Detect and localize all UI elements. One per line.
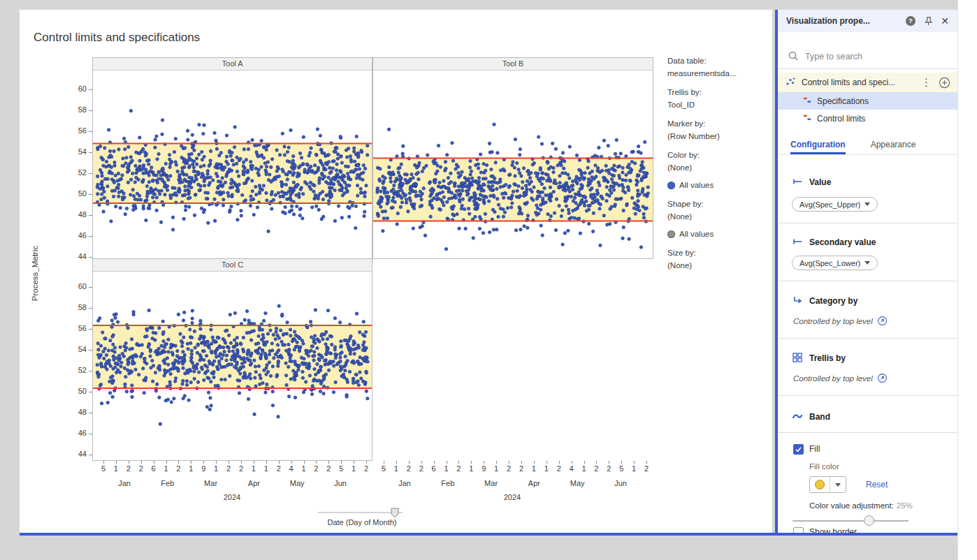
close-icon[interactable]: ✕ xyxy=(941,16,949,26)
x-tick-mark xyxy=(229,461,229,464)
x-tick-label: 1 xyxy=(248,464,259,473)
x-tick-mark xyxy=(396,461,397,464)
scatter-plot-area[interactable] xyxy=(93,71,372,258)
search-input[interactable] xyxy=(805,52,938,61)
x-tick-label: 1 xyxy=(161,464,172,473)
slider-handle-icon xyxy=(391,508,398,517)
x-tick-label: 2 xyxy=(603,464,614,473)
x-tick-mark xyxy=(447,461,447,464)
y-tick-mark xyxy=(89,350,92,351)
x-tick-mark xyxy=(458,461,459,464)
slider-thumb[interactable] xyxy=(864,515,874,526)
x-tick-label: 2 xyxy=(123,464,134,473)
x-tick-mark xyxy=(509,461,509,464)
trellis-panel-header[interactable]: Tool B xyxy=(373,58,653,71)
x-tick-mark xyxy=(216,461,217,464)
add-feature-icon[interactable] xyxy=(939,77,950,89)
y-tick-label: 54 xyxy=(60,147,87,156)
x-tick-label: 2 xyxy=(553,464,565,473)
x-tick-label: 6 xyxy=(148,464,159,473)
secondary-value-dropdown[interactable]: Avg(Spec_Lower) xyxy=(792,256,878,270)
y-tick-label: 50 xyxy=(60,387,87,395)
y-tick-mark xyxy=(89,173,92,174)
trellis-panel-tool-b[interactable]: Tool B xyxy=(372,57,653,259)
help-icon[interactable]: ? xyxy=(905,15,916,27)
x-tick-label: 2 xyxy=(516,464,527,473)
trellis-panel-header[interactable]: Tool C xyxy=(93,259,372,272)
x-tick-mark xyxy=(584,461,585,464)
y-tick-label: 46 xyxy=(60,231,87,240)
chevron-down-icon xyxy=(835,483,841,487)
legend-marker-by-value[interactable]: (Row Number) xyxy=(667,130,772,142)
x-tick-mark xyxy=(103,461,104,464)
feature-icon xyxy=(785,76,796,89)
fill-color-swatch[interactable] xyxy=(809,476,846,493)
right-scrollbar-gutter[interactable] xyxy=(957,0,977,560)
value-dropdown[interactable]: Avg(Spec_Upper) xyxy=(792,197,878,212)
visualization-canvas[interactable]: Control limits and specifications Proces… xyxy=(20,10,772,533)
legend-size-by-value[interactable]: (None) xyxy=(667,259,772,272)
x-axis-title[interactable]: Date (Day of Month) xyxy=(313,518,411,526)
search-icon xyxy=(788,50,799,64)
show-border-row[interactable]: Show border xyxy=(793,526,857,533)
kebab-menu-icon[interactable]: ⋮ xyxy=(920,76,933,89)
controlled-by-top-level-icon[interactable] xyxy=(877,316,888,327)
x-tick-mark xyxy=(471,461,472,464)
legend-color-by-value[interactable]: (None) xyxy=(667,161,772,174)
x-tick-mark xyxy=(266,461,267,464)
x-tick-label: 5 xyxy=(98,464,109,473)
tree-item-control-limits[interactable]: Control limits xyxy=(778,110,957,127)
x-tick-mark xyxy=(409,461,410,464)
y-tick-mark xyxy=(89,434,92,434)
legend-marker-by-label: Marker by: xyxy=(667,117,772,130)
legend-color-all-values[interactable]: All values xyxy=(667,179,772,191)
x-tick-mark xyxy=(621,461,622,464)
tab-appearance[interactable]: Appearance xyxy=(871,134,916,154)
x-tick-label: 2 xyxy=(173,464,184,473)
x-tick-mark xyxy=(178,461,179,464)
legend-trellis-by-value[interactable]: Tool_ID xyxy=(667,98,772,111)
x-tick-mark xyxy=(646,461,647,464)
y-tick-label: 58 xyxy=(60,303,87,311)
y-tick-label: 56 xyxy=(60,126,87,135)
reset-link[interactable]: Reset xyxy=(866,480,888,489)
x-tick-label: 2 xyxy=(236,464,247,473)
y-axis-title[interactable]: Process_Metric xyxy=(31,246,39,301)
legend-data-table-value[interactable]: measurementsda... xyxy=(667,67,772,80)
x-year-label: 2024 xyxy=(491,493,533,501)
y-tick-label: 56 xyxy=(60,324,87,332)
axis-slider-track[interactable] xyxy=(313,501,411,518)
bottom-dock-divider[interactable] xyxy=(20,533,957,536)
show-border-checkbox[interactable] xyxy=(793,527,804,533)
legend: Data table: measurementsda... Trellis by… xyxy=(667,54,772,278)
x-month-label: May xyxy=(565,479,590,487)
legend-shape-all-values[interactable]: All values xyxy=(667,228,772,240)
x-tick-label: 1 xyxy=(465,464,477,473)
x-tick-label: 2 xyxy=(361,464,372,473)
tree-item-specifications[interactable]: Specifications xyxy=(778,92,957,110)
tab-configuration[interactable]: Configuration xyxy=(790,134,846,154)
fill-checkbox[interactable] xyxy=(793,444,804,455)
scatter-plot-area[interactable] xyxy=(373,71,653,258)
trellis-by-icon xyxy=(792,352,803,365)
controlled-by-top-level-icon[interactable] xyxy=(877,373,888,385)
x-tick-mark xyxy=(254,461,254,464)
y-tick-mark xyxy=(89,413,92,413)
legend-shape-by-value[interactable]: (None) xyxy=(667,210,772,223)
trellis-panel-tool-a[interactable]: Tool A xyxy=(92,57,372,259)
color-adjustment-slider[interactable] xyxy=(793,515,909,526)
x-tick-label: 2 xyxy=(591,464,602,473)
trellis-panel-tool-c[interactable]: Tool C xyxy=(92,258,372,461)
lines-icon xyxy=(803,113,812,124)
x-month-label: Mar xyxy=(479,479,504,487)
feature-root-item[interactable]: Control limits and speci... ⋮ xyxy=(778,73,957,92)
section-secondary-value: Secondary value xyxy=(792,236,876,249)
fill-checkbox-row[interactable]: Fill xyxy=(793,443,820,455)
x-tick-mark xyxy=(328,461,329,464)
y-tick-mark xyxy=(89,329,92,330)
slider-track[interactable] xyxy=(793,520,909,522)
search-bar[interactable] xyxy=(778,45,957,68)
scatter-plot-area[interactable] xyxy=(93,272,372,460)
trellis-panel-header[interactable]: Tool A xyxy=(93,58,372,71)
pin-icon[interactable] xyxy=(923,16,934,27)
